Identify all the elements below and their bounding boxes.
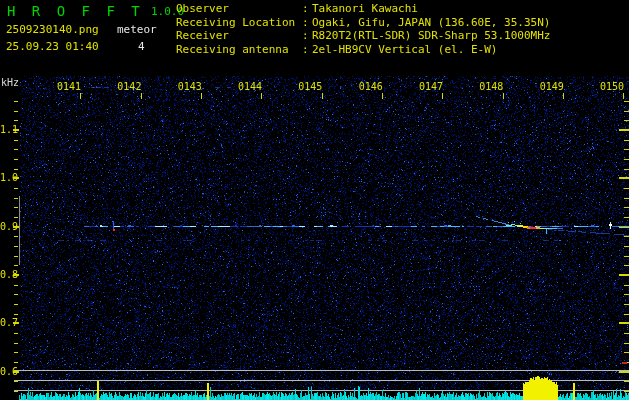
info-row: Observer:Takanori Kawachi (176, 2, 550, 16)
info-colon: : (302, 29, 312, 43)
info-value: R820T2(RTL-SDR) SDR-Sharp 53.1000MHz (312, 29, 550, 43)
info-value: Ogaki, Gifu, JAPAN (136.60E, 35.35N) (312, 16, 550, 30)
info-value: 2el-HB9CV Vertical (el. E-W) (312, 43, 497, 57)
time-tick-label: 0150 (600, 81, 624, 92)
info-colon: : (302, 43, 312, 57)
freq-tick-label: 0.7 (0, 317, 15, 328)
mode-label: meteor (117, 23, 157, 36)
info-label: Receiving antenna (176, 43, 302, 57)
spectrogram-canvas (0, 0, 629, 400)
freq-tick-label: 1.0 (0, 172, 15, 183)
info-row: Receiving antenna:2el-HB9CV Vertical (el… (176, 43, 550, 57)
time-tick-label: 0148 (479, 81, 503, 92)
info-label: Receiving Location (176, 16, 302, 30)
filename-label: 2509230140.png (6, 23, 99, 36)
info-row: Receiving Location:Ogaki, Gifu, JAPAN (1… (176, 16, 550, 30)
info-label: Receiver (176, 29, 302, 43)
event-count: 4 (138, 40, 145, 53)
observer-info: Observer:Takanori KawachiReceiving Locat… (176, 2, 550, 57)
time-tick-label: 0149 (540, 81, 564, 92)
app-title: H R O F F T (7, 3, 144, 19)
time-tick-label: 0143 (178, 81, 202, 92)
info-colon: : (302, 2, 312, 16)
info-colon: : (302, 16, 312, 30)
freq-tick-label: 0.6 (0, 366, 15, 377)
time-tick-label: 0146 (359, 81, 383, 92)
freq-tick-label: 0.8 (0, 269, 15, 280)
datetime-label: 25.09.23 01:40 (6, 40, 99, 53)
time-tick-label: 0144 (238, 81, 262, 92)
freq-tick-label: 1.1 (0, 124, 15, 135)
info-label: Observer (176, 2, 302, 16)
time-tick-label: 0142 (117, 81, 141, 92)
info-value: Takanori Kawachi (312, 2, 418, 16)
time-tick-label: 0141 (57, 81, 81, 92)
freq-axis-unit-label: kHz (1, 77, 19, 88)
hrofft-output: H R O F F T 1.0.0 2509230140.png meteor … (0, 0, 629, 400)
info-row: Receiver:R820T2(RTL-SDR) SDR-Sharp 53.10… (176, 29, 550, 43)
time-tick-label: 0147 (419, 81, 443, 92)
freq-tick-label: 0.9 (0, 221, 15, 232)
time-tick-label: 0145 (298, 81, 322, 92)
